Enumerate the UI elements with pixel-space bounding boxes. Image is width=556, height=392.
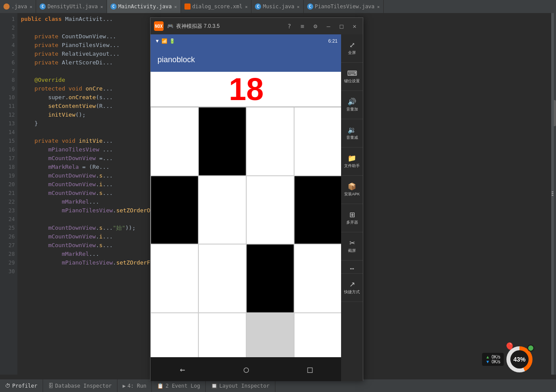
resize-handle[interactable] [551,13,554,375]
more-icon: … [350,263,354,271]
event-log-label: 2 Event Log [165,383,200,389]
profiler-label: Profiler [12,383,37,389]
phone-screen: ▼ 📶 🔋 6:21 pianoblock 18 [151,34,342,381]
multiopen-label: 多开器 [346,220,358,225]
database-label: Database Inspector [55,383,112,389]
tab-close-5[interactable]: ✕ [297,4,300,9]
tile-2-1[interactable] [198,244,246,313]
shortcut-icon: ↗ [349,280,355,288]
database-inspector-button[interactable]: 🗄 Database Inspector [43,379,117,392]
tab-icon-5: C [255,3,261,10]
tab-music[interactable]: C Music.java ✕ [251,0,303,13]
tab-mainactivity[interactable]: C MainActivity.java ✕ [107,0,181,13]
tile-2-3[interactable] [294,244,342,313]
profiler-icon: ⏱ [5,383,10,389]
nox-brand-icon: 🎮 [167,23,174,29]
tile-1-3[interactable] [294,176,342,245]
emulator-controls: ? ≡ ⚙ – □ ✕ [285,21,359,31]
settings-button[interactable]: ⚙ [311,21,320,31]
tab-icon-2: C [40,3,46,10]
apps-button[interactable]: □ [308,364,313,375]
tab-icon-3: C [111,3,117,10]
tab-pianoview[interactable]: C PianoTilesView.java ✕ [304,0,384,13]
tab-close-3[interactable]: ✕ [174,4,177,9]
emulator-sidebar: ⤢ 全屏 ⌨ 键位设置 🔊 音量加 🔉 音量减 📁 文件助手 📦 安装APK ⊞… [341,34,363,381]
signal-icon: 📶 [161,38,167,44]
tile-1-0[interactable] [151,176,198,245]
close-button[interactable]: ✕ [350,21,359,31]
sidebar-screenshot[interactable]: ✂ 截屏 [341,232,363,261]
shortcut-label: 快捷方式 [344,289,360,295]
vol-down-icon: 🔉 [348,126,356,134]
tile-2-2[interactable] [246,244,294,313]
sidebar-more[interactable]: … [341,261,363,274]
file-icon: 📁 [348,154,356,162]
tile-1-1[interactable] [198,176,246,245]
phone-statusbar: ▼ 📶 🔋 6:21 [151,34,342,47]
download-icon: ▼ [486,359,490,364]
tab-close-1[interactable]: ✕ [30,4,32,9]
resize-handle-lines [552,191,553,197]
apk-label: 安装APK [344,191,360,197]
tile-1-2[interactable] [246,176,294,245]
upload-stat: ▲ 0K/s [486,355,500,359]
tab-close-6[interactable]: ✕ [377,4,380,9]
tab-icon-1 [3,3,10,10]
tab-java-1[interactable]: .java ✕ [0,0,36,13]
profiler-button[interactable]: ⏱ Profiler [0,379,43,392]
sidebar-vol-down[interactable]: 🔉 音量减 [341,119,363,147]
upload-speed: 0K/s [492,355,500,359]
minimize-button[interactable]: – [324,21,333,31]
status-right: 6:21 [328,38,338,44]
app-title: pianoblock [157,55,195,64]
download-stat: ▼ 0K/s [486,359,500,364]
emulator-titlebar[interactable]: NOX 🎮 夜神模拟器 7.0.3.5 ? ≡ ⚙ – □ ✕ [151,18,363,34]
tab-densityutil[interactable]: C DensityUtil.java ✕ [36,0,107,13]
sidebar-keymap[interactable]: ⌨ 键位设置 [341,63,363,91]
tile-0-0[interactable] [151,107,198,176]
app-titlebar: pianoblock [151,47,342,72]
piano-grid[interactable] [151,107,342,381]
keymap-label: 键位设置 [344,78,360,84]
database-icon: 🗄 [48,383,54,389]
tab-close-2[interactable]: ✕ [100,4,103,9]
perf-percent: 43% [510,350,529,369]
tab-dialog-score[interactable]: dialog_score.xml ✕ [181,0,252,13]
sidebar-shortcut[interactable]: ↗ 快捷方式 [341,274,363,302]
run-button[interactable]: ▶ 4: Run [117,379,152,392]
status-time: 6:21 [328,38,338,44]
sidebar-multiopen[interactable]: ⊞ 多开器 [341,204,363,232]
home-button[interactable]: ○ [244,364,249,375]
sidebar-fullscreen[interactable]: ⤢ 全屏 [341,34,363,63]
perf-stats: ▲ 0K/s ▼ 0K/s [482,353,504,366]
tile-2-0[interactable] [151,244,198,313]
maximize-button[interactable]: □ [337,21,346,31]
screenshot-icon: ✂ [349,239,355,247]
line-numbers: 1234 5678 9101112 13141516 17181920 2122… [0,13,17,375]
menu-button[interactable]: ≡ [298,21,307,31]
phone-nav: ← ○ □ [151,357,342,381]
upload-icon: ▲ [486,355,490,359]
screenshot-label: 截屏 [348,248,356,254]
tab-close-4[interactable]: ✕ [245,4,248,9]
perf-badge [527,345,534,352]
layout-inspector-icon: 🔲 [211,383,218,389]
help-button[interactable]: ? [285,21,294,31]
nox-logo: NOX [154,21,164,31]
tab-bar: .java ✕ C DensityUtil.java ✕ C MainActiv… [0,0,556,13]
back-button[interactable]: ← [180,364,185,375]
download-speed: 0K/s [492,359,500,364]
tile-0-2[interactable] [246,107,294,176]
wifi-icon: ▼ [155,38,160,44]
sidebar-file[interactable]: 📁 文件助手 [341,147,363,176]
multiopen-icon: ⊞ [349,211,355,219]
tab-icon-6: C [307,3,313,10]
sidebar-vol-up[interactable]: 🔊 音量加 [341,91,363,119]
tile-0-1[interactable] [198,107,246,176]
sidebar-apk[interactable]: 📦 安装APK [341,176,363,204]
tile-0-3[interactable] [294,107,342,176]
fullscreen-icon: ⤢ [349,41,355,49]
emulator-window: NOX 🎮 夜神模拟器 7.0.3.5 ? ≡ ⚙ – □ ✕ ▼ 📶 🔋 6:… [150,17,363,381]
run-label: 4: Run [127,383,146,389]
fullscreen-label: 全屏 [348,50,356,56]
